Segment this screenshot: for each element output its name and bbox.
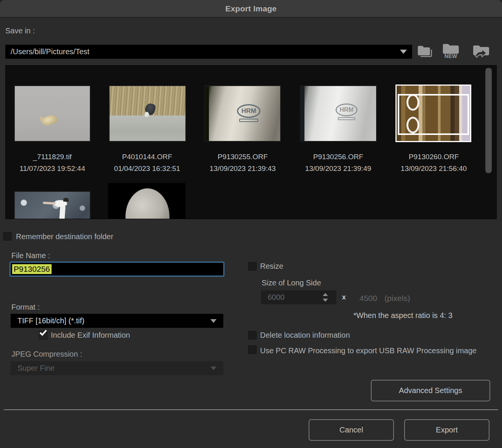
thumbnail-date: 13/09/2023 21:56:40 xyxy=(388,164,479,173)
lens-shadow-band xyxy=(205,86,209,141)
thumbnail-filename: P4010144.ORF xyxy=(102,153,193,161)
thumbnail-panel: _7111829.tif 11/07/2023 19:52:44 P401014… xyxy=(5,65,497,219)
include-exif-checkbox[interactable] xyxy=(39,331,47,340)
long-side-spinner[interactable]: 6000 xyxy=(261,290,336,304)
thumbnail-filename: P9130256.ORF xyxy=(293,153,384,161)
titlebar: Export Image xyxy=(0,0,502,17)
chevron-down-icon xyxy=(210,367,216,370)
water-texture xyxy=(110,116,185,141)
thumbnail-image[interactable] xyxy=(109,85,186,142)
spinner-down-icon[interactable] xyxy=(323,299,328,302)
resize-label: Resize xyxy=(260,262,283,271)
pc-raw-checkbox[interactable] xyxy=(248,345,257,354)
divider xyxy=(4,409,498,410)
moon-shape xyxy=(126,188,169,219)
lens-logo-text: HRM xyxy=(237,104,260,118)
thumbnail-filename: P9130255.ORF xyxy=(197,153,288,161)
format-label: Format : xyxy=(11,303,39,312)
folder-icon xyxy=(417,44,433,58)
jpeg-compression-label: JPEG Compression : xyxy=(11,350,82,359)
save-in-label: Save in : xyxy=(5,27,35,35)
pixels-label: (pixels) xyxy=(384,294,410,303)
bird-head-shape xyxy=(144,112,149,117)
pc-raw-label: Use PC RAW Processing to export USB RAW … xyxy=(260,345,486,356)
delete-location-checkbox[interactable] xyxy=(248,331,257,340)
export-label: Export xyxy=(436,426,458,434)
check-icon xyxy=(39,328,47,336)
spinner-up-icon[interactable] xyxy=(323,293,328,296)
thumbnail-date: 13/09/2023 21:39:49 xyxy=(293,164,384,173)
spinner-arrows[interactable] xyxy=(323,293,328,302)
lens-logo: HRM xyxy=(237,104,260,122)
thumbnail-filename: _7111829.tif xyxy=(7,153,98,161)
lens-logo-text: HRM xyxy=(336,103,358,116)
save-path-value: /Users/bill/Pictures/Test xyxy=(11,47,400,56)
lens-logo-bar xyxy=(338,117,355,120)
long-side-value: 6000 xyxy=(268,293,323,302)
selection-frame xyxy=(398,94,469,135)
export-folder-button[interactable] xyxy=(472,43,490,58)
save-path-select[interactable]: /Users/bill/Pictures/Test xyxy=(5,45,412,59)
lens-shadow-band xyxy=(301,86,304,141)
browse-folder-button[interactable] xyxy=(417,44,433,58)
thumbnail-image-selected[interactable] xyxy=(395,85,471,142)
new-folder-label: NEW xyxy=(444,53,457,59)
thumbnail-date: 01/04/2023 16:32:51 xyxy=(102,164,193,173)
file-name-value: P9130256 xyxy=(12,264,52,274)
lens-logo: HRM xyxy=(336,103,358,120)
thumbnail-image[interactable] xyxy=(108,183,185,219)
chevron-down-icon xyxy=(210,319,216,323)
bird-crest-shape xyxy=(63,198,69,202)
remember-destination-checkbox[interactable] xyxy=(3,232,12,241)
thumbnail-image[interactable]: HRM xyxy=(300,85,377,142)
aspect-ratio-note: *When the aspect ratio is 4: 3 xyxy=(353,311,452,320)
advanced-settings-button[interactable]: Advanced Settings xyxy=(371,380,490,401)
scrollbar[interactable] xyxy=(485,68,492,173)
cancel-button[interactable]: Cancel xyxy=(309,419,394,441)
folder-export-icon xyxy=(472,43,490,58)
dialog-title: Export Image xyxy=(225,4,276,13)
chevron-down-icon xyxy=(400,50,407,54)
short-side-value: 4500 xyxy=(359,294,377,303)
format-select[interactable]: TIFF [16bit/ch] (*.tif) xyxy=(11,314,223,328)
export-button[interactable]: Export xyxy=(404,419,489,441)
lens-logo-bar xyxy=(239,119,258,122)
bird-silhouette xyxy=(41,113,58,127)
times-label: x xyxy=(342,293,346,301)
thumbnail-date: 11/07/2023 19:52:44 xyxy=(7,164,98,173)
export-image-dialog: Export Image Save in : /Users/bill/Pictu… xyxy=(0,0,502,448)
delete-location-label: Delete location information xyxy=(260,331,350,340)
jpeg-compression-select: Super Fine xyxy=(11,361,223,375)
resize-checkbox[interactable] xyxy=(248,262,257,271)
file-name-label: File Name : xyxy=(11,251,50,260)
include-exif-label: Include Exif Information xyxy=(51,331,130,340)
size-of-long-side-label: Size of Long Side xyxy=(262,279,321,287)
format-value: TIFF [16bit/ch] (*.tif) xyxy=(17,316,210,325)
new-folder-button[interactable]: NEW xyxy=(442,42,460,59)
bird-beak-shape xyxy=(43,202,56,205)
jpeg-compression-value: Super Fine xyxy=(17,364,210,373)
thumbnail-filename: P9130260.ORF xyxy=(388,153,479,161)
remember-destination-label: Remember destination folder xyxy=(16,232,113,241)
thumbnail-image[interactable] xyxy=(14,85,91,142)
file-name-input[interactable]: P9130256 xyxy=(9,262,224,277)
thumbnail-image[interactable] xyxy=(14,191,91,219)
thumbnail-image[interactable]: HRM xyxy=(204,85,281,142)
advanced-settings-label: Advanced Settings xyxy=(399,386,462,395)
thumbnail-date: 13/09/2023 21:39:43 xyxy=(197,164,288,173)
cancel-label: Cancel xyxy=(339,426,363,434)
